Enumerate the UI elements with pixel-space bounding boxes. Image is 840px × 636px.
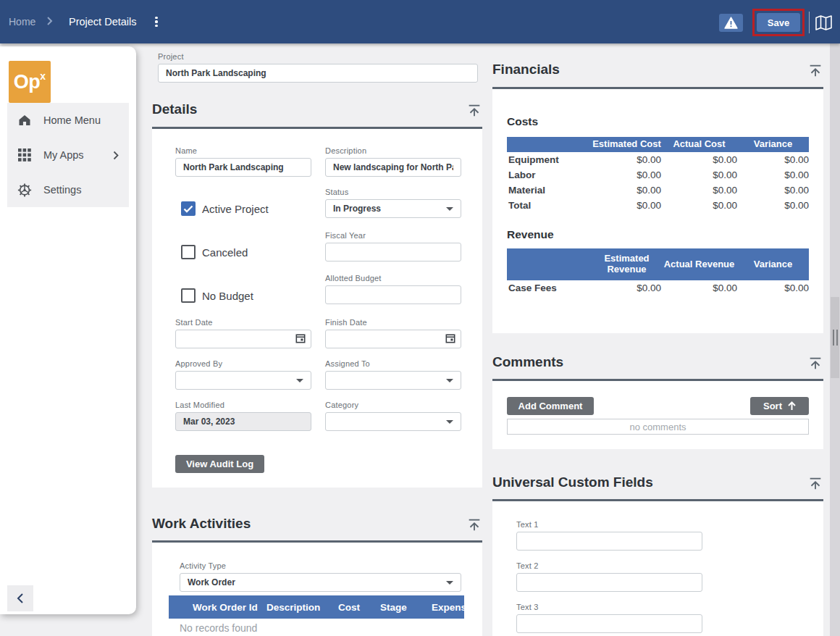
arrow-up-icon — [788, 401, 796, 411]
approved-by-select[interactable] — [175, 371, 311, 390]
save-button[interactable]: Save — [757, 13, 800, 32]
name-field: Name — [175, 146, 311, 177]
text2-input[interactable] — [516, 573, 702, 592]
sidebar-item-home-menu[interactable]: Home Menu — [7, 103, 129, 138]
status-label: Status — [325, 188, 461, 196]
sidebar-item-label: Settings — [43, 184, 81, 196]
cell-value: $0.00 — [592, 170, 661, 180]
start-date-label: Start Date — [175, 318, 311, 327]
allotted-budget-input[interactable] — [325, 285, 461, 304]
cell-value: $0.00 — [661, 200, 737, 211]
cell-value: $0.00 — [737, 283, 809, 293]
cell-value: $0.00 — [592, 185, 661, 196]
custom-fields-collapse-icon[interactable] — [807, 476, 823, 492]
column-header[interactable]: Expense — [432, 602, 464, 613]
text1-input[interactable] — [516, 532, 702, 551]
text3-input[interactable] — [516, 614, 702, 633]
work-activities-collapse-icon[interactable] — [466, 517, 482, 533]
text3-label: Text 3 — [516, 603, 702, 611]
breadcrumb-home[interactable]: Home — [9, 16, 35, 28]
activity-type-value: Work Order — [188, 577, 235, 587]
allotted-budget-field: Allotted Budget — [325, 274, 461, 304]
home-icon — [17, 113, 32, 127]
map-icon — [815, 14, 833, 31]
left-column: Project Details Name Description Status — [152, 43, 482, 636]
vertical-scrollbar-thumb[interactable] — [831, 297, 839, 378]
cell-value: $0.00 — [737, 170, 809, 180]
status-field: Status In Progress — [325, 188, 461, 218]
allotted-budget-label: Allotted Budget — [325, 274, 461, 283]
activity-type-select[interactable]: Work Order — [180, 573, 461, 592]
category-select[interactable] — [325, 412, 461, 431]
details-card: Name Description Status In Progress Acti… — [152, 129, 482, 488]
description-field: Description — [325, 146, 461, 177]
chevron-down-icon — [446, 581, 453, 585]
work-activities-table-header: Work Order Id Description Cost Stage Exp… — [169, 595, 464, 619]
activity-type-field: Activity Type Work Order — [180, 561, 461, 592]
approved-by-label: Approved By — [175, 359, 311, 368]
active-project-checkbox-row[interactable]: Active Project — [181, 201, 269, 216]
no-budget-checkbox[interactable] — [181, 288, 196, 303]
project-input[interactable] — [158, 64, 478, 83]
sidebar-panel: Opx Home Menu — [0, 46, 136, 614]
costs-table-header: Estimated Cost Actual Cost Variance — [507, 137, 809, 152]
sidebar-item-label: My Apps — [43, 149, 84, 161]
active-project-label: Active Project — [202, 203, 269, 215]
cell-value: $0.00 — [737, 154, 809, 165]
chevron-left-icon — [17, 593, 24, 604]
topbar-divider — [809, 12, 810, 33]
logo-sup: x — [40, 70, 46, 82]
project-field: Project — [158, 52, 478, 83]
vertical-scrollbar-track[interactable] — [830, 43, 840, 636]
breadcrumb-current-page: Project Details — [69, 16, 136, 28]
add-comment-button[interactable]: Add Comment — [507, 397, 594, 415]
logo-text: Op — [14, 71, 41, 93]
sidebar-collapse-button[interactable] — [7, 585, 33, 611]
no-budget-checkbox-row[interactable]: No Budget — [181, 288, 253, 303]
sidebar-item-settings[interactable]: Settings — [7, 172, 129, 207]
column-header[interactable]: Description — [266, 602, 338, 613]
sort-button[interactable]: Sort — [750, 397, 809, 415]
fiscal-year-input[interactable] — [325, 243, 461, 261]
name-input[interactable] — [175, 158, 311, 177]
chevron-right-icon — [113, 151, 119, 160]
description-input[interactable] — [325, 158, 461, 177]
start-date-field: Start Date — [175, 318, 311, 348]
view-audit-log-button[interactable]: View Audit Log — [175, 455, 264, 473]
custom-fields-card: Text 1 Text 2 Text 3 — [492, 501, 823, 636]
calendar-icon[interactable] — [295, 333, 306, 343]
details-collapse-icon[interactable] — [466, 103, 482, 119]
active-project-checkbox[interactable] — [181, 201, 196, 216]
status-select[interactable]: In Progress — [325, 199, 461, 218]
warning-button[interactable] — [719, 14, 743, 32]
column-header[interactable]: Stage — [380, 602, 432, 613]
financials-card: Costs Estimated Cost Actual Cost Varianc… — [492, 89, 823, 333]
start-date-input[interactable] — [175, 330, 311, 348]
map-button[interactable] — [813, 12, 833, 33]
sidebar-item-my-apps[interactable]: My Apps — [7, 138, 129, 172]
row-label: Case Fees — [507, 283, 592, 293]
comments-collapse-icon[interactable] — [807, 356, 823, 372]
canceled-checkbox-row[interactable]: Canceled — [181, 245, 248, 259]
page-options-kebab-icon[interactable] — [151, 15, 162, 28]
row-label: Labor — [507, 170, 592, 180]
category-field: Category — [325, 401, 461, 431]
revenue-table: Estimated Revenue Actual Revenue Varianc… — [507, 248, 809, 296]
table-row: Total $0.00 $0.00 $0.00 — [507, 198, 809, 213]
opx-logo[interactable]: Opx — [9, 61, 51, 103]
finish-date-input[interactable] — [325, 330, 461, 348]
comments-section-title: Comments — [492, 354, 563, 370]
canceled-checkbox[interactable] — [181, 245, 196, 259]
calendar-icon[interactable] — [445, 333, 455, 343]
assigned-to-select[interactable] — [325, 371, 461, 390]
cell-value: $0.00 — [661, 154, 737, 165]
work-activities-card: Activity Type Work Order Work Order Id D… — [152, 543, 482, 636]
chevron-down-icon — [296, 379, 303, 382]
description-label: Description — [325, 146, 461, 155]
text2-label: Text 2 — [516, 561, 702, 570]
column-header[interactable]: Cost — [338, 602, 380, 613]
column-header: Estimated Revenue — [592, 254, 661, 275]
column-header[interactable]: Work Order Id — [169, 602, 266, 613]
breadcrumb-chevron-icon — [46, 16, 53, 26]
financials-collapse-icon[interactable] — [807, 63, 823, 79]
